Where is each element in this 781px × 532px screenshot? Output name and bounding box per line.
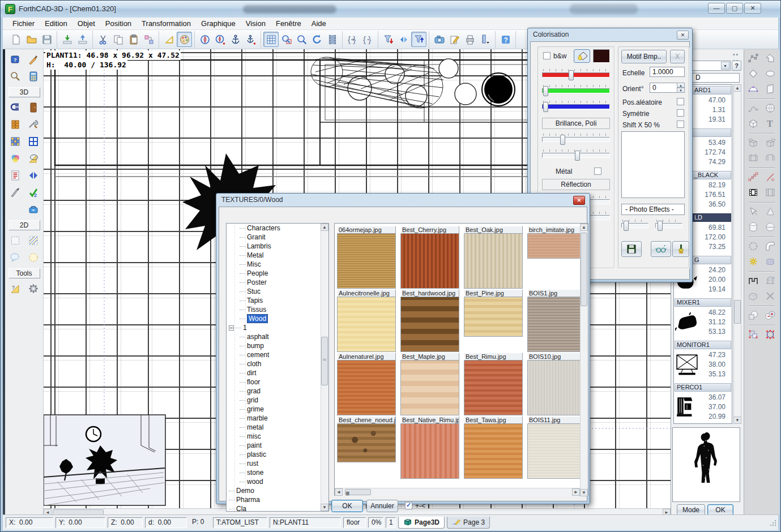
rt-dome-button[interactable]: [747, 83, 759, 95]
rt-node-button[interactable]: [747, 52, 759, 65]
menu-fentre[interactable]: Fenêtre: [271, 18, 306, 29]
tree-item-grime[interactable]: grime: [227, 405, 328, 414]
filter-down-button[interactable]: [381, 32, 396, 47]
tree-item-misc[interactable]: Misc: [227, 260, 328, 269]
rt-meshball-button[interactable]: [764, 102, 776, 114]
red-slider-thumb[interactable]: [569, 70, 574, 80]
rt-subtract-button[interactable]: [764, 309, 776, 321]
minimize-button[interactable]: —: [708, 3, 725, 14]
chevron-down-icon[interactable]: ▼: [721, 62, 729, 70]
ellipse-square-button[interactable]: [26, 151, 41, 165]
scroll-down-arrow[interactable]: ▼: [321, 504, 328, 511]
effect-slider-2[interactable]: [655, 223, 682, 228]
calculator-button[interactable]: [26, 69, 41, 83]
maximize-button[interactable]: ▢: [726, 3, 743, 14]
scroll-down-arrow[interactable]: ▼: [733, 417, 741, 424]
tree-item-paint[interactable]: paint: [227, 441, 328, 450]
rt-boxlid-button[interactable]: [764, 136, 776, 149]
brillance-slider[interactable]: [542, 137, 610, 142]
rt-star-button[interactable]: [747, 255, 759, 268]
swap-arrows-button[interactable]: [396, 32, 411, 47]
object-list-item-perco1[interactable]: PERCO136.0737.0020.99: [675, 383, 731, 422]
scroll-thumb[interactable]: ≡: [345, 489, 371, 495]
brillance-poli-label[interactable]: Brillance, Poli: [542, 118, 610, 129]
bw-checkbox[interactable]: [543, 52, 550, 59]
paste-special-button[interactable]: [141, 32, 156, 47]
tree-item-cement[interactable]: cement: [227, 350, 328, 359]
cut-button[interactable]: [95, 32, 110, 47]
dash-square-button[interactable]: [8, 233, 23, 247]
tree-item-metal[interactable]: Metal: [227, 251, 328, 260]
reflection-label[interactable]: Réflection: [542, 179, 610, 190]
resize-grip[interactable]: [769, 519, 777, 527]
tree-item-stuc[interactable]: Stuc: [227, 287, 328, 296]
green-slider-thumb[interactable]: [543, 86, 548, 96]
effect-slider-1[interactable]: [621, 223, 648, 228]
swap-blue-button[interactable]: [26, 168, 41, 182]
rt-cage-button[interactable]: [764, 255, 776, 268]
texture-thumb-064ormejap[interactable]: 064ormejap.jpg: [337, 226, 396, 289]
menu-position[interactable]: Position: [100, 18, 136, 29]
rt-cube-button[interactable]: [747, 117, 759, 130]
apply-brush-button[interactable]: [672, 241, 689, 257]
paste-button[interactable]: [126, 32, 141, 47]
tree-item-grid[interactable]: grid: [227, 396, 328, 405]
texture-thumb-best_rimu[interactable]: Best_Rimu.jpg: [464, 353, 523, 415]
rt-scatter-button[interactable]: [747, 171, 759, 183]
tree-item-wood[interactable]: Wood: [227, 314, 328, 323]
menu-graphique[interactable]: Graphique: [196, 18, 241, 29]
square-help-button[interactable]: ?: [8, 281, 23, 295]
extrude-button[interactable]: [8, 100, 23, 114]
paint-bucket-button[interactable]: [574, 49, 590, 63]
orient-spin-down[interactable]: ▼: [677, 88, 685, 93]
panel-ok-button[interactable]: OK: [707, 504, 733, 516]
rt-pipe-button[interactable]: [764, 240, 776, 252]
dialog-close-button[interactable]: ✕: [573, 196, 585, 205]
pos-aleatoire-checkbox[interactable]: [677, 98, 684, 105]
save-button[interactable]: [39, 32, 54, 47]
texture-thumb-bois1[interactable]: BOIS1.jpg: [527, 289, 586, 352]
menu-vision[interactable]: Vision: [241, 18, 271, 29]
anchor-marked-button[interactable]: [243, 32, 258, 47]
rt-cursor-button[interactable]: [747, 205, 759, 218]
anchor-button[interactable]: [228, 32, 243, 47]
palette-button[interactable]: [177, 32, 192, 47]
magnifier-button[interactable]: [8, 69, 23, 83]
rt-filmb-button[interactable]: [747, 186, 759, 199]
texture-thumb-birch_imitate[interactable]: birch_imitate.jpg: [527, 226, 586, 259]
tree-item-bump[interactable]: bump: [227, 341, 328, 350]
brace-insert-button[interactable]: { }: [345, 32, 360, 47]
rt-frame-button[interactable]: [764, 274, 776, 287]
shift-checkbox[interactable]: [677, 121, 684, 128]
panel-help-button[interactable]: ?: [732, 61, 741, 71]
tree-item-rust[interactable]: rust: [227, 459, 328, 468]
dialog-close-button[interactable]: ✕: [677, 31, 689, 40]
red-slider[interactable]: [542, 72, 610, 78]
menu-transformation[interactable]: Transformation: [136, 18, 196, 29]
textures-cancel-button[interactable]: Annuler: [366, 500, 398, 512]
object-list-scrollbar[interactable]: ▲ ▼: [733, 84, 741, 424]
menu-fichier[interactable]: Fichier: [7, 18, 40, 29]
object-list-item-mixer1[interactable]: MIXER148.2231.1253.13: [675, 298, 731, 337]
tree-item-asphalt[interactable]: asphalt: [227, 332, 328, 341]
texture-thumb-best_pine[interactable]: Best_Pine.jpg: [464, 289, 523, 337]
current-color-swatch[interactable]: [593, 49, 610, 63]
grid-yellow-button[interactable]: [8, 134, 23, 148]
import-button[interactable]: [59, 32, 75, 47]
tree-item-tissus[interactable]: Tissus: [227, 305, 328, 314]
tools-set-button[interactable]: [26, 117, 41, 131]
edit-pencil-button[interactable]: [447, 32, 462, 47]
tree-item-cla[interactable]: Cla: [227, 504, 328, 512]
rt-group-button[interactable]: [747, 328, 759, 341]
preview-glasses-button[interactable]: [651, 241, 671, 257]
compass-button[interactable]: [197, 32, 212, 47]
scroll-down-arrow[interactable]: ▼: [580, 489, 588, 496]
rt-panel-button[interactable]: [747, 152, 759, 164]
texture-thumb-aulnenaturel[interactable]: Aulnenaturel.jpg: [337, 353, 396, 415]
menu-edition[interactable]: Edition: [40, 18, 72, 29]
rt-filmg-button[interactable]: [764, 186, 776, 199]
rt-sheet-button[interactable]: [764, 83, 776, 95]
tree-item-wood[interactable]: wood: [227, 477, 328, 486]
slider-thumb[interactable]: [575, 151, 580, 161]
tree-collapse-icon[interactable]: [229, 325, 234, 331]
